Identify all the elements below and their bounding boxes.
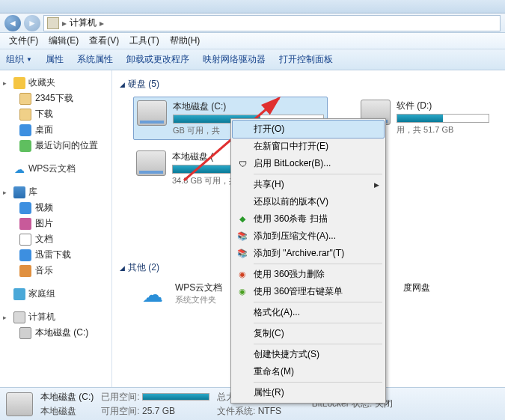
sb-fs-value: NTFS — [258, 406, 281, 416]
cm-create-shortcut[interactable]: 创建快捷方式(S) — [233, 346, 384, 363]
chevron-right-icon: ▸ — [62, 18, 67, 28]
sidebar-item-pictures[interactable]: 图片 — [3, 216, 108, 231]
breadcrumb[interactable]: ▸ 计算机 ▸ — [43, 15, 501, 31]
tb-properties[interactable]: 属性 — [46, 53, 64, 66]
computer-icon — [47, 17, 59, 29]
sidebar-item-recent[interactable]: 最近访问的位置 — [3, 138, 108, 153]
sb-free-value: 25.7 GB — [142, 406, 175, 416]
separator — [254, 174, 382, 174]
library-icon — [13, 186, 25, 198]
star-icon — [13, 77, 25, 89]
video-icon — [19, 202, 31, 214]
tb-sys-properties[interactable]: 系统属性 — [77, 53, 113, 66]
chevron-down-icon: ◢ — [120, 264, 125, 272]
cloud-icon: ☁ — [13, 163, 25, 175]
drive-icon — [19, 327, 31, 339]
chevron-down-icon: ◢ — [120, 81, 125, 88]
group-disks[interactable]: ◢硬盘 (5) — [120, 75, 498, 94]
sb-used-label: 已用空间: — [101, 392, 139, 402]
antivirus-icon: ◆ — [236, 213, 248, 225]
picture-icon — [19, 218, 31, 230]
cm-force-delete[interactable]: ◉使用 360强力删除 — [233, 266, 384, 283]
tb-map-drive[interactable]: 映射网络驱动器 — [203, 53, 266, 66]
item-subtitle: 系统文件夹 — [175, 294, 222, 305]
sidebar-item-downloads[interactable]: 下载 — [3, 106, 108, 122]
drive-name: 软件 (D:) — [397, 100, 489, 112]
menu-view[interactable]: 查看(V) — [85, 33, 123, 49]
separator — [254, 302, 382, 302]
drive-icon — [136, 150, 166, 176]
sidebar-computer[interactable]: ▸计算机 — [3, 309, 108, 325]
cm-bitlocker[interactable]: 🛡启用 BitLocker(B)... — [233, 155, 384, 172]
menubar: 文件(F) 编辑(E) 查看(V) 工具(T) 帮助(H) — [0, 33, 505, 49]
cm-share[interactable]: 共享(H)▶ — [233, 176, 384, 193]
folder-icon — [19, 109, 31, 121]
settings-icon: ◉ — [236, 286, 248, 298]
sidebar-item-music[interactable]: 音乐 — [3, 263, 108, 279]
drive-icon — [6, 392, 33, 416]
cm-open-new-window[interactable]: 在新窗口中打开(E) — [233, 138, 384, 155]
cm-scan-360[interactable]: ◆使用 360杀毒 扫描 — [233, 210, 384, 228]
sidebar-libraries[interactable]: ▸库 — [3, 184, 108, 200]
sidebar-item-drive-c[interactable]: 本地磁盘 (C:) — [3, 325, 108, 341]
drive-stat: 用，共 51.7 GB — [397, 124, 489, 136]
cm-add-rar[interactable]: 📚添加到 "Archive.rar"(T) — [233, 245, 384, 262]
nav-forward-button[interactable]: ► — [24, 15, 40, 31]
menu-help[interactable]: 帮助(H) — [165, 33, 205, 49]
breadcrumb-location[interactable]: 计算机 — [70, 16, 97, 29]
item-baidu[interactable]: 度网盘 — [399, 277, 435, 311]
sidebar-wps[interactable]: ☁WPS云文档 — [3, 161, 108, 177]
music-icon — [19, 265, 31, 277]
sidebar-favorites[interactable]: ▸收藏夹 — [3, 75, 108, 91]
archive-icon: 📚 — [236, 248, 248, 260]
cloud-icon: ☁ — [138, 281, 168, 307]
separator — [254, 382, 382, 383]
archive-icon: 📚 — [236, 231, 248, 243]
menu-file[interactable]: 文件(F) — [4, 33, 43, 49]
menu-tools[interactable]: 工具(T) — [125, 33, 163, 49]
chevron-down-icon: ▼ — [26, 56, 32, 63]
titlebar — [0, 0, 505, 13]
nav-back-button[interactable]: ◄ — [4, 15, 21, 31]
sidebar-item-desktop[interactable]: 桌面 — [3, 122, 108, 138]
separator — [254, 344, 382, 344]
sb-drive-name: 本地磁盘 (C:) — [40, 391, 94, 404]
separator — [254, 323, 382, 323]
menu-edit[interactable]: 编辑(E) — [44, 33, 83, 49]
item-name: WPS云文档 — [175, 281, 222, 294]
sidebar: ▸收藏夹 2345下载 下载 桌面 最近访问的位置 ☁WPS云文档 ▸库 视频 … — [0, 70, 112, 387]
sidebar-item-docs[interactable]: 文档 — [3, 231, 108, 247]
drive-name: 本地磁盘 (C:) — [173, 100, 324, 113]
cm-rename[interactable]: 重命名(M) — [233, 363, 384, 380]
address-bar: ◄ ► ▸ 计算机 ▸ — [0, 13, 505, 33]
sb-free-label: 可用空间: — [101, 406, 139, 416]
chevron-right-icon: ▸ — [100, 18, 104, 28]
tb-organize[interactable]: 组织▼ — [6, 53, 32, 66]
sidebar-homegroup[interactable]: 家庭组 — [3, 286, 108, 302]
sidebar-item-2345[interactable]: 2345下载 — [3, 91, 108, 106]
xunlei-icon — [19, 249, 31, 261]
cm-format[interactable]: 格式化(A)... — [233, 304, 384, 321]
item-wps-cloud[interactable]: ☁ WPS云文档 系统文件夹 — [133, 277, 227, 311]
sb-fs-label: 文件系统: — [217, 406, 255, 416]
cm-open[interactable]: 打开(O) — [232, 120, 385, 139]
cm-add-archive[interactable]: 📚添加到压缩文件(A)... — [233, 228, 384, 245]
chevron-down-icon: ▸ — [3, 314, 10, 321]
context-menu: 打开(O) 在新窗口中打开(E) 🛡启用 BitLocker(B)... 共享(… — [230, 118, 386, 404]
cm-manage-360[interactable]: ◉使用 360管理右键菜单 — [233, 283, 384, 300]
cm-properties[interactable]: 属性(R) — [233, 384, 384, 401]
cm-restore[interactable]: 还原以前的版本(V) — [233, 193, 384, 210]
chevron-down-icon: ▸ — [3, 79, 10, 87]
sidebar-item-video[interactable]: 视频 — [3, 200, 108, 216]
homegroup-icon — [13, 288, 25, 300]
chevron-right-icon: ▶ — [374, 181, 379, 189]
toolbar: 组织▼ 属性 系统属性 卸载或更改程序 映射网络驱动器 打开控制面板 — [0, 49, 505, 70]
drive-usage-bar — [397, 114, 489, 123]
sidebar-item-xunlei[interactable]: 迅雷下载 — [3, 247, 108, 263]
drive-icon — [137, 100, 167, 126]
tb-control-panel[interactable]: 打开控制面板 — [279, 53, 333, 66]
cm-copy[interactable]: 复制(C) — [233, 325, 384, 342]
folder-icon — [19, 93, 31, 105]
computer-icon — [13, 311, 25, 323]
tb-uninstall[interactable]: 卸载或更改程序 — [126, 53, 189, 66]
